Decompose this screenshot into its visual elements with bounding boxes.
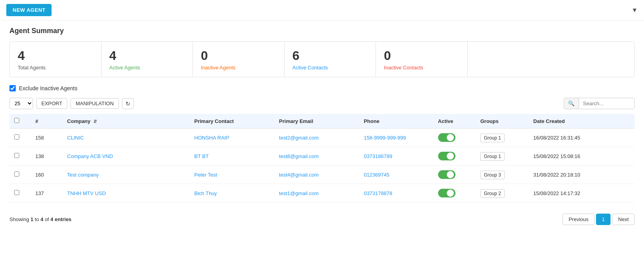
company-link[interactable]: TNHH MTV USD	[67, 190, 106, 196]
contact-link[interactable]: BT BT	[194, 153, 209, 159]
row-group: Group 3	[476, 166, 529, 184]
filter-icon[interactable]: ▼	[631, 7, 638, 14]
phone-link[interactable]: 0373186789	[364, 153, 392, 159]
col-action-header	[613, 114, 635, 128]
row-group: Group 1	[476, 128, 529, 147]
row-active	[433, 166, 476, 184]
page-title: Agent Summary	[9, 27, 635, 35]
row-checkbox-cell	[9, 147, 31, 166]
phone-link[interactable]: 0373178878	[364, 190, 392, 196]
showing-from: 1	[30, 216, 33, 222]
table-row: 158 CLINIC HONSHA RAIP test2@gmail.com 1…	[9, 128, 635, 147]
row-checkbox-1[interactable]	[14, 153, 19, 158]
table-row: 138 Company ACB VND BT BT test8@gmail.co…	[9, 147, 635, 166]
search-input[interactable]	[579, 98, 634, 109]
new-agent-button[interactable]: NEW AGENT	[6, 4, 52, 16]
page-1-button[interactable]: 1	[596, 214, 611, 225]
search-icon[interactable]: 🔍	[564, 98, 579, 109]
select-all-checkbox[interactable]	[14, 118, 19, 123]
row-id: 138	[31, 147, 63, 166]
inactive-agents-label: Inactive Agents	[201, 65, 276, 71]
company-link[interactable]: CLINIC	[67, 135, 84, 141]
row-date: 31/08/2022 20:18:10	[529, 166, 613, 184]
contact-link[interactable]: Peter Test	[194, 172, 217, 178]
active-toggle-2[interactable]	[438, 170, 455, 179]
contact-link[interactable]: Bich Thuy	[194, 190, 217, 196]
total-agents-card: 4 Total Agents	[10, 42, 102, 77]
group-badge: Group 3	[480, 171, 504, 179]
row-checkbox-cell	[9, 166, 31, 184]
row-email: test4@gmail.com	[274, 166, 359, 184]
col-groups-header: Groups	[476, 114, 529, 128]
active-toggle-1[interactable]	[438, 152, 455, 160]
email-link[interactable]: test1@gmail.com	[279, 190, 319, 196]
col-phone-header: Phone	[359, 114, 433, 128]
col-company-label: Company	[67, 118, 91, 124]
row-checkbox-0[interactable]	[14, 134, 19, 140]
row-company: CLINIC	[63, 128, 190, 147]
toggle-slider-2	[438, 170, 455, 179]
showing-to: 4	[41, 216, 43, 222]
col-email-header: Primary Email	[274, 114, 359, 128]
active-agents-number: 4	[109, 48, 185, 63]
total-agents-label: Total Agents	[18, 65, 93, 71]
row-email: test1@gmail.com	[274, 184, 359, 203]
row-phone: 158-9999-999-999	[359, 128, 433, 147]
phone-link[interactable]: 158-9999-999-999	[364, 135, 406, 141]
email-link[interactable]: test4@gmail.com	[279, 172, 319, 178]
active-contacts-number: 6	[292, 48, 368, 63]
toggle-slider-3	[438, 189, 455, 197]
phone-link[interactable]: 012369745	[364, 172, 389, 178]
table-header-row: # Company ⇵ Primary Contact Primary Emai…	[9, 114, 635, 128]
previous-button[interactable]: Previous	[563, 214, 594, 225]
row-action	[613, 166, 635, 184]
group-badge: Group 2	[480, 189, 504, 198]
email-link[interactable]: test8@gmail.com	[279, 153, 319, 159]
manipulation-button[interactable]: MANIPULATION	[70, 98, 119, 109]
row-action	[613, 147, 635, 166]
active-toggle-3[interactable]	[438, 189, 455, 197]
row-checkbox-3[interactable]	[14, 190, 19, 195]
table-row: 137 TNHH MTV USD Bich Thuy test1@gmail.c…	[9, 184, 635, 203]
row-company: Test company	[63, 166, 190, 184]
row-checkbox-2[interactable]	[14, 171, 19, 177]
inactive-contacts-number: 0	[384, 48, 459, 63]
contact-link[interactable]: HONSHA RAIP	[194, 135, 229, 141]
company-sort-icon: ⇵	[93, 119, 97, 124]
row-company: TNHH MTV USD	[63, 184, 190, 203]
search-box: 🔍	[564, 98, 635, 109]
next-button[interactable]: Next	[612, 214, 635, 225]
row-group: Group 2	[476, 184, 529, 203]
page-size-select[interactable]: 25 50 100	[9, 98, 33, 109]
company-link[interactable]: Company ACB VND	[67, 153, 113, 159]
exclude-inactive-checkbox[interactable]	[9, 85, 16, 91]
group-badge: Group 1	[480, 134, 504, 142]
toolbar-left: 25 50 100 EXPORT MANIPULATION ↻	[9, 98, 134, 109]
inactive-contacts-card: 0 Inactive Contacts	[376, 42, 468, 77]
row-contact: Bich Thuy	[190, 184, 274, 203]
pagination: Previous 1 Next	[563, 214, 635, 225]
row-checkbox-cell	[9, 184, 31, 203]
main-content: Agent Summary 4 Total Agents 4 Active Ag…	[0, 20, 644, 231]
active-contacts-card: 6 Active Contacts	[285, 42, 376, 77]
group-badge: Group 1	[480, 152, 504, 161]
toolbar: 25 50 100 EXPORT MANIPULATION ↻ 🔍	[9, 98, 635, 109]
row-active	[433, 128, 476, 147]
active-toggle-0[interactable]	[438, 133, 455, 142]
export-button[interactable]: EXPORT	[36, 98, 67, 109]
row-email: test8@gmail.com	[274, 147, 359, 166]
table-row: 160 Test company Peter Test test4@gmail.…	[9, 166, 635, 184]
company-link[interactable]: Test company	[67, 172, 99, 178]
row-action	[613, 184, 635, 203]
col-company-header[interactable]: Company ⇵	[63, 114, 190, 128]
row-active	[433, 147, 476, 166]
col-num-header: #	[31, 114, 63, 128]
showing-of: 4	[50, 216, 53, 222]
col-active-header: Active	[433, 114, 476, 128]
refresh-button[interactable]: ↻	[122, 98, 134, 109]
inactive-agents-card: 0 Inactive Agents	[193, 42, 285, 77]
row-phone: 0373186789	[359, 147, 433, 166]
row-phone: 012369745	[359, 166, 433, 184]
email-link[interactable]: test2@gmail.com	[279, 135, 319, 141]
row-company: Company ACB VND	[63, 147, 190, 166]
